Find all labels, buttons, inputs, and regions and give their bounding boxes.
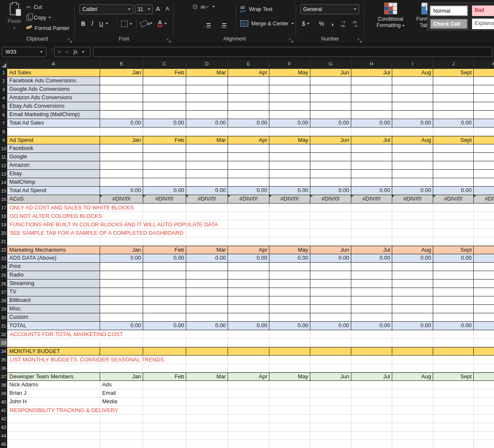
cell-D3[interactable] <box>186 85 228 94</box>
cell-A27[interactable]: TV <box>7 288 100 296</box>
italic-button[interactable]: I <box>91 20 93 27</box>
cell-G8[interactable] <box>310 128 351 136</box>
cell-J14[interactable] <box>433 178 474 187</box>
cell-D27[interactable] <box>186 288 228 296</box>
cell-E21[interactable] <box>228 237 269 246</box>
cell-A10[interactable]: Facebook <box>7 144 100 153</box>
cell-I26[interactable] <box>392 280 433 288</box>
cell-D38[interactable] <box>186 381 228 389</box>
cell-A40[interactable]: John H <box>7 398 100 406</box>
cell-F13[interactable] <box>269 170 310 178</box>
cell-C11[interactable] <box>143 153 186 161</box>
cell-A6[interactable]: Email Marketing (MailChimp) <box>7 111 100 119</box>
cell-H10[interactable] <box>351 144 392 153</box>
cell-A23[interactable]: ADS DATA (Above) <box>7 254 100 263</box>
cell-I41[interactable] <box>392 406 433 415</box>
cell-J37[interactable]: Sept <box>433 372 474 381</box>
cell-E13[interactable] <box>228 170 269 178</box>
cell-H41[interactable] <box>351 406 392 415</box>
cell-J39[interactable] <box>433 389 474 398</box>
cell-B14[interactable] <box>100 178 143 187</box>
cell-style-explanatory[interactable]: Explanatory <box>472 19 494 29</box>
cell-E15[interactable]: 0.00 <box>228 187 269 195</box>
cell-G23[interactable]: 0.00 <box>310 254 351 263</box>
cell-A30[interactable]: Custom <box>7 313 100 322</box>
cell-H20[interactable] <box>351 229 392 237</box>
cell-I2[interactable] <box>392 77 433 85</box>
cell-H17[interactable] <box>351 204 392 212</box>
cell-C27[interactable] <box>143 288 186 296</box>
cell-G7[interactable]: 0.00 <box>310 119 351 128</box>
cell-B45[interactable] <box>100 440 143 448</box>
cell-C8[interactable] <box>143 128 186 136</box>
cell-H7[interactable]: 0.00 <box>351 119 392 128</box>
cell-F9[interactable]: May <box>269 136 310 144</box>
cell-B9[interactable]: Jan <box>100 136 143 144</box>
format-painter-button[interactable]: Format Painter <box>26 25 70 31</box>
bold-button[interactable]: B <box>81 20 85 27</box>
cell-F27[interactable] <box>269 288 310 296</box>
row-header-28[interactable]: 28 <box>0 296 7 305</box>
cell-D35[interactable] <box>186 356 228 364</box>
cell-K28[interactable] <box>474 296 494 305</box>
cell-I22[interactable]: Aug <box>392 246 433 254</box>
cell-G22[interactable]: Jun <box>310 246 351 254</box>
cell-E8[interactable] <box>228 128 269 136</box>
cell-E24[interactable] <box>228 263 269 271</box>
cell-I23[interactable]: 0.00 <box>392 254 433 263</box>
cell-B33[interactable] <box>100 339 143 347</box>
cell-B38[interactable]: Ads <box>100 381 143 389</box>
cell-I5[interactable] <box>392 102 433 111</box>
cell-J21[interactable] <box>433 237 474 246</box>
borders-button[interactable] <box>121 21 132 27</box>
cell-D26[interactable] <box>186 280 228 288</box>
cell-H40[interactable] <box>351 398 392 406</box>
cell-F43[interactable] <box>269 423 310 432</box>
cell-I4[interactable] <box>392 94 433 102</box>
cell-K43[interactable] <box>474 423 494 432</box>
cell-F6[interactable] <box>269 111 310 119</box>
cell-K44[interactable] <box>474 432 494 440</box>
cell-H35[interactable] <box>351 356 392 364</box>
cell-I24[interactable] <box>392 263 433 271</box>
row-header-34[interactable]: 34 <box>0 347 7 356</box>
row-header-32[interactable]: 32 <box>0 330 7 339</box>
cell-I18[interactable] <box>392 212 433 220</box>
cell-I32[interactable] <box>392 330 433 339</box>
cell-J28[interactable] <box>433 296 474 305</box>
select-all-button[interactable] <box>0 60 7 68</box>
cell-A45[interactable] <box>7 440 100 448</box>
cell-G11[interactable] <box>310 153 351 161</box>
cell-D12[interactable] <box>186 161 228 170</box>
cell-J11[interactable] <box>433 153 474 161</box>
cell-C18[interactable] <box>143 212 186 220</box>
cell-G34[interactable] <box>310 347 351 356</box>
cell-H5[interactable] <box>351 102 392 111</box>
cell-F21[interactable] <box>269 237 310 246</box>
cell-A13[interactable]: Ebay <box>7 170 100 178</box>
row-header-31[interactable]: 31 <box>0 322 7 330</box>
cell-G4[interactable] <box>310 94 351 102</box>
cell-B42[interactable] <box>100 415 143 423</box>
cell-J33[interactable] <box>433 339 474 347</box>
cell-J45[interactable] <box>433 440 474 448</box>
row-header-45[interactable]: 45 <box>0 440 7 448</box>
cell-I37[interactable]: Aug <box>392 372 433 381</box>
cell-C9[interactable]: Feb <box>143 136 186 144</box>
cell-C24[interactable] <box>143 263 186 271</box>
cell-K30[interactable] <box>474 313 494 322</box>
cell-D8[interactable] <box>186 128 228 136</box>
cell-I42[interactable] <box>392 415 433 423</box>
cell-J3[interactable] <box>433 85 474 94</box>
column-header-G[interactable]: G <box>310 60 351 68</box>
column-header-B[interactable]: B <box>100 60 143 68</box>
alignment-dialog-launcher[interactable] <box>289 37 293 41</box>
cell-K3[interactable] <box>474 85 494 94</box>
cell-D43[interactable] <box>186 423 228 432</box>
cell-I19[interactable] <box>392 220 433 229</box>
cut-button[interactable]: ✂ Cut <box>26 4 42 10</box>
cell-A21[interactable] <box>7 237 100 246</box>
cell-J2[interactable] <box>433 77 474 85</box>
cell-I27[interactable] <box>392 288 433 296</box>
cell-J34[interactable] <box>433 347 474 356</box>
